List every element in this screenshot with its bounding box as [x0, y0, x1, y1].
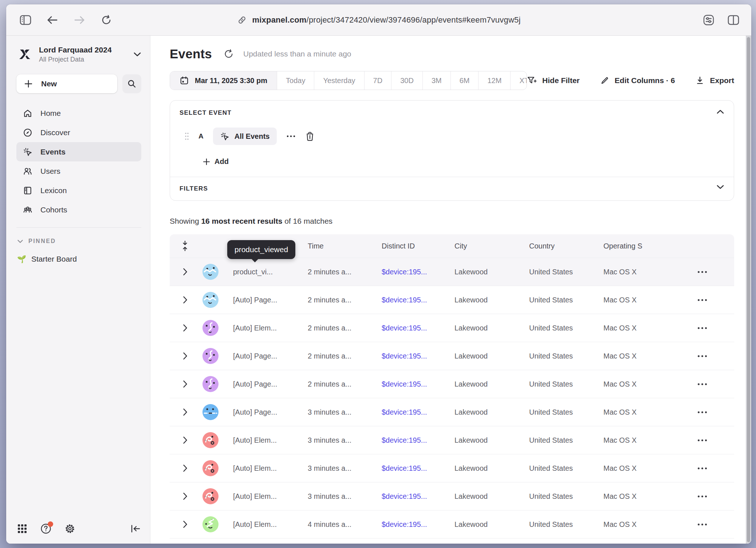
os-cell: Mac OS X	[603, 268, 670, 276]
distinct-id-link[interactable]: $device:195...	[382, 380, 454, 388]
column-operating-system[interactable]: Operating S	[603, 242, 670, 250]
sidebar-nav: Home Discover Events	[16, 103, 141, 219]
row-actions-icon[interactable]	[670, 271, 734, 273]
table-row[interactable]: [Auto] Elem... 4 minutes a... $device:19…	[170, 510, 734, 538]
range-segment-7d[interactable]: 7D	[365, 71, 392, 90]
project-chevron-down-icon	[133, 52, 141, 57]
city-cell: Lakewood	[454, 464, 529, 473]
events-toolbar: Mar 11, 2025 3:30 pm TodayYesterday7D30D…	[170, 71, 734, 90]
delete-trash-icon[interactable]	[305, 131, 315, 141]
distinct-id-link[interactable]: $device:195...	[382, 520, 454, 529]
table-row[interactable]: [Auto] Page... 3 minutes a... $device:19…	[170, 398, 734, 426]
distinct-id-link[interactable]: $device:195...	[382, 408, 454, 416]
table-row[interactable]: [Auto] Elem... 4 minutes a... $device:19…	[170, 538, 734, 544]
table-row[interactable]: [Auto] Elem... 3 minutes a... $device:19…	[170, 454, 734, 482]
all-events-chip-label: All Events	[235, 132, 270, 141]
page-title: Events	[170, 47, 212, 61]
row-actions-icon[interactable]	[670, 411, 734, 413]
column-distinct-id[interactable]: Distinct ID	[382, 242, 454, 250]
sidebar-item-lexicon[interactable]: Lexicon	[16, 181, 141, 200]
browser-sidebar-toggle-icon[interactable]	[19, 14, 32, 26]
table-row[interactable]: [Auto] Page... 2 minutes a... $device:19…	[170, 370, 734, 398]
range-segment-30d[interactable]: 30D	[391, 71, 423, 90]
os-cell: Mac OS X	[603, 520, 670, 529]
column-country[interactable]: Country	[529, 242, 603, 250]
all-events-chip[interactable]: All Events	[213, 128, 277, 145]
browser-back-icon[interactable]	[46, 14, 59, 26]
add-event-button[interactable]: Add	[203, 157, 724, 166]
events-cursor-icon	[220, 132, 229, 141]
date-picker-button[interactable]: Mar 11, 2025 3:30 pm	[170, 71, 277, 90]
event-avatar	[200, 432, 233, 448]
row-actions-icon[interactable]	[670, 496, 734, 497]
row-actions-icon[interactable]	[670, 299, 734, 301]
browser-forward-icon[interactable]	[73, 14, 86, 26]
column-time[interactable]: Time	[308, 242, 382, 250]
scrollbar-thumb[interactable]	[747, 37, 750, 542]
distinct-id-link[interactable]: $device:195...	[382, 268, 454, 276]
sidebar-item-home[interactable]: Home	[16, 103, 141, 123]
collapse-section-chevron-up-icon[interactable]	[716, 109, 724, 114]
event-name-cell: [Auto] Page...	[233, 408, 308, 416]
browser-page-settings-icon[interactable]	[702, 14, 715, 26]
country-cell: United States	[529, 492, 603, 501]
row-actions-icon[interactable]	[670, 524, 734, 525]
lexicon-book-icon	[23, 186, 32, 195]
range-segment-yesterday[interactable]: Yesterday	[314, 71, 364, 90]
browser-reload-icon[interactable]	[100, 14, 113, 26]
edit-columns-button[interactable]: Edit Columns · 6	[600, 76, 675, 85]
city-cell: Lakewood	[454, 324, 529, 332]
expand-section-chevron-down-icon[interactable]	[716, 184, 724, 189]
range-segment-xtd[interactable]: XTD	[511, 71, 527, 90]
table-row[interactable]: [Auto] Page... 2 minutes a... $device:19…	[170, 286, 734, 314]
export-button[interactable]: Export	[695, 76, 734, 85]
search-button[interactable]	[122, 74, 141, 93]
page-scrollbar[interactable]	[746, 36, 751, 544]
distinct-id-link[interactable]: $device:195...	[382, 436, 454, 445]
event-name-cell: [Auto] Elem...	[233, 324, 308, 332]
range-segment-6m[interactable]: 6M	[451, 71, 479, 90]
sidebar-item-starter-board[interactable]: 🌱 Starter Board	[17, 255, 141, 263]
range-segment-today[interactable]: Today	[277, 71, 314, 90]
sidebar-item-label: Users	[40, 167, 60, 176]
collapse-all-rows-icon[interactable]	[170, 240, 200, 251]
row-actions-icon[interactable]	[670, 355, 734, 357]
distinct-id-link[interactable]: $device:195...	[382, 352, 454, 360]
table-row[interactable]: [Auto] Page... 2 minutes a... $device:19…	[170, 342, 734, 370]
event-avatar	[200, 376, 233, 392]
sidebar-item-cohorts[interactable]: Cohorts	[16, 200, 141, 219]
hide-filter-label: Hide Filter	[542, 76, 580, 85]
pinned-section-toggle[interactable]: PINNED	[17, 238, 141, 244]
refresh-icon[interactable]	[224, 49, 234, 59]
hide-filter-button[interactable]: Hide Filter	[527, 76, 580, 85]
browser-split-view-icon[interactable]	[727, 14, 740, 26]
table-row[interactable]: [Auto] Elem... 3 minutes a... $device:19…	[170, 426, 734, 454]
apps-grid-icon[interactable]	[17, 524, 27, 534]
row-actions-icon[interactable]	[670, 439, 734, 441]
column-city[interactable]: City	[454, 242, 529, 250]
distinct-id-link[interactable]: $device:195...	[382, 492, 454, 501]
range-segment-3m[interactable]: 3M	[423, 71, 451, 90]
row-actions-icon[interactable]	[670, 467, 734, 469]
range-segment-12m[interactable]: 12M	[479, 71, 511, 90]
table-row[interactable]: [Auto] Elem... 2 minutes a... $device:19…	[170, 314, 734, 342]
project-switcher[interactable]: Lord Farquaad 2024 All Project Data	[16, 45, 141, 63]
collapse-sidebar-icon[interactable]	[130, 524, 141, 533]
settings-gear-icon[interactable]	[64, 523, 75, 534]
address-bar[interactable]: mixpanel.com/project/3472420/view/397469…	[252, 15, 520, 25]
help-button[interactable]	[40, 523, 51, 534]
sidebar-item-discover[interactable]: Discover	[16, 123, 141, 142]
sidebar-item-events[interactable]: Events	[16, 142, 141, 161]
distinct-id-link[interactable]: $device:195...	[382, 464, 454, 473]
row-actions-icon[interactable]	[670, 327, 734, 329]
drag-handle-icon[interactable]	[185, 132, 189, 141]
event-row-letter: A	[198, 132, 204, 140]
sidebar-item-users[interactable]: Users	[16, 161, 141, 181]
url-path: /project/3472420/view/3974696/app/events…	[307, 15, 521, 24]
table-row[interactable]: [Auto] Elem... 3 minutes a... $device:19…	[170, 482, 734, 510]
distinct-id-link[interactable]: $device:195...	[382, 296, 454, 304]
distinct-id-link[interactable]: $device:195...	[382, 324, 454, 332]
more-options-icon[interactable]	[286, 135, 296, 138]
new-button[interactable]: New	[16, 74, 117, 93]
row-actions-icon[interactable]	[670, 383, 734, 385]
